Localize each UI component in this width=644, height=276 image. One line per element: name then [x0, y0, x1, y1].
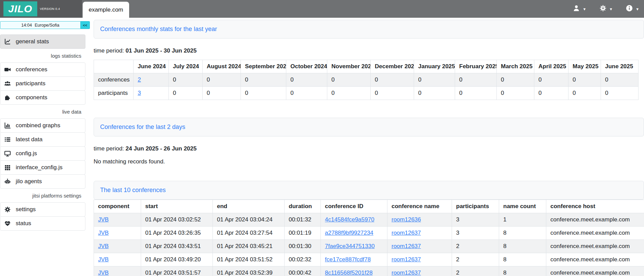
sidebar-item-conferences[interactable]: conferences: [0, 62, 85, 77]
table-row: JVB 01 Apr 2024 03:43:51 01 Apr 2024 03:…: [94, 240, 644, 253]
topbar-actions: ▾ ▾ ▾: [573, 0, 639, 18]
no-records-message: No matching records found.: [94, 158, 644, 165]
conference-name-link[interactable]: room12637: [392, 270, 421, 276]
settings-menu-button[interactable]: ▾: [599, 4, 612, 13]
sidebar-item-components[interactable]: components: [0, 90, 85, 105]
cell: 0: [241, 87, 286, 100]
monitor-icon: [4, 150, 11, 157]
conference-name-link[interactable]: room12637: [392, 243, 421, 249]
cell: 3: [452, 213, 499, 227]
cell: conference.meet.example.com: [546, 240, 644, 253]
cell: 00:00:42: [285, 266, 321, 276]
cell: 01 Apr 2024 03:51:57: [141, 266, 213, 276]
table-row: JVB 01 Apr 2024 03:49:20 01 Apr 2024 03:…: [94, 253, 644, 266]
conference-id-link[interactable]: 8c116568f5201f28: [325, 270, 373, 276]
cell: 0: [286, 73, 327, 87]
cell: 00:01:19: [285, 227, 321, 240]
sidebar-section-label: jitsi platforms settings: [0, 189, 85, 203]
cell: 0: [169, 73, 203, 87]
section-title: Conferences monthly stats for the last y…: [100, 26, 217, 32]
table-row: conferences 2 0 0 0 0 0 0 0 0 0 0 0 0: [94, 73, 639, 87]
user-menu-button[interactable]: ▾: [573, 4, 586, 13]
table-header-row: component start end duration conference …: [94, 200, 644, 213]
cell: conference.meet.example.com: [546, 253, 644, 266]
cell: 2: [452, 266, 499, 276]
cell: 01 Apr 2024 03:02:52: [141, 213, 213, 227]
sidebar-collapse-button[interactable]: <<: [81, 21, 90, 29]
sidebar-item-participants[interactable]: participants: [0, 76, 85, 91]
cell: 1: [499, 213, 546, 227]
sidebar-item-label: interface_config.js: [16, 164, 63, 171]
chevron-down-icon: ▾: [583, 7, 586, 11]
conference-id-link[interactable]: fce17ce887fcdf78: [325, 256, 371, 263]
month-header: November 2024: [327, 60, 371, 73]
component-link[interactable]: JVB: [98, 270, 109, 276]
component-link[interactable]: JVB: [98, 256, 109, 263]
cell: 3: [452, 227, 499, 240]
sidebar-item-latest-data[interactable]: latest data: [0, 132, 85, 147]
cell: 01 Apr 2024 03:04:24: [213, 213, 285, 227]
cell: 01 Apr 2024 03:45:21: [213, 240, 285, 253]
last-2-days-header: Conferences for the last 2 days: [94, 118, 644, 136]
cell: 0: [327, 87, 371, 100]
component-link[interactable]: JVB: [98, 243, 109, 249]
platform-tab[interactable]: example.com: [83, 2, 129, 18]
puzzle-icon: [4, 94, 11, 101]
row-label: conferences: [94, 73, 134, 87]
grid-icon: [4, 164, 11, 171]
cell: 0: [568, 73, 601, 87]
cell: 0: [371, 87, 414, 100]
conference-name-link[interactable]: room12636: [392, 216, 421, 223]
sidebar-item-label: jilo agents: [16, 178, 42, 185]
chevron-down-icon: ▾: [610, 7, 612, 11]
month-header: February 2025: [455, 60, 497, 73]
row-label: participants: [94, 87, 134, 100]
sidebar-item-general-stats[interactable]: general stats: [0, 34, 85, 49]
cell: 0: [455, 87, 497, 100]
cell: 00:01:32: [285, 213, 321, 227]
cell: 0: [414, 73, 455, 87]
conference-id-link[interactable]: 7fae9ce344751330: [325, 243, 375, 249]
cell: 0: [534, 73, 568, 87]
last-2-days-time-period: time period: 24 Jun 2025 - 26 Jun 2025: [94, 145, 644, 152]
cell: 0: [203, 73, 241, 87]
column-header: duration: [285, 200, 321, 213]
sidebar-item-interface-config-js[interactable]: interface_config.js: [0, 160, 85, 175]
participants-count-link[interactable]: 3: [138, 90, 141, 96]
conference-name-link[interactable]: room12637: [392, 256, 421, 263]
sidebar-item-label: components: [16, 94, 47, 101]
cell: 01 Apr 2024 03:51:52: [213, 253, 285, 266]
info-icon: [626, 4, 633, 13]
sidebar-item-settings[interactable]: settings: [0, 202, 85, 217]
month-header: April 2025: [534, 60, 568, 73]
table-row: participants 3 0 0 0 0 0 0 0 0 0 0 0 0: [94, 87, 639, 100]
cell: 0: [601, 87, 639, 100]
conference-name-link[interactable]: room12637: [392, 230, 421, 236]
cell: 00:02:32: [285, 253, 321, 266]
cell: conference.meet.example.com: [546, 227, 644, 240]
table-row: JVB 01 Apr 2024 03:26:35 01 Apr 2024 03:…: [94, 227, 644, 240]
sidebar-item-config-js[interactable]: config.js: [0, 146, 85, 161]
column-header: participants: [452, 200, 499, 213]
sidebar-item-combined-graphs[interactable]: combined graphs: [0, 118, 85, 133]
robot-icon: [4, 178, 11, 185]
component-link[interactable]: JVB: [98, 216, 109, 223]
column-header: name count: [499, 200, 546, 213]
cell: 01 Apr 2024 03:43:51: [141, 240, 213, 253]
sidebar-section-label: live data: [0, 105, 85, 119]
conferences-count-link[interactable]: 2: [138, 76, 141, 83]
sidebar-item-status[interactable]: status: [0, 216, 85, 231]
month-header: June 2024: [134, 60, 169, 73]
sidebar-item-jilo-agents[interactable]: jilo agents: [0, 174, 85, 189]
cell: 8: [499, 227, 546, 240]
user-icon: [573, 4, 580, 13]
column-header: component: [94, 200, 141, 213]
conference-id-link[interactable]: a2788f9bf9927234: [325, 230, 373, 236]
component-link[interactable]: JVB: [98, 230, 109, 236]
list-icon: [4, 136, 11, 143]
cell: conference.meet.example.com: [546, 266, 644, 276]
section-title: Conferences for the last 2 days: [100, 124, 185, 130]
chevron-down-icon: ▾: [636, 7, 639, 11]
info-menu-button[interactable]: ▾: [626, 4, 639, 13]
conference-id-link[interactable]: 4c14584fce9a5970: [325, 216, 374, 223]
